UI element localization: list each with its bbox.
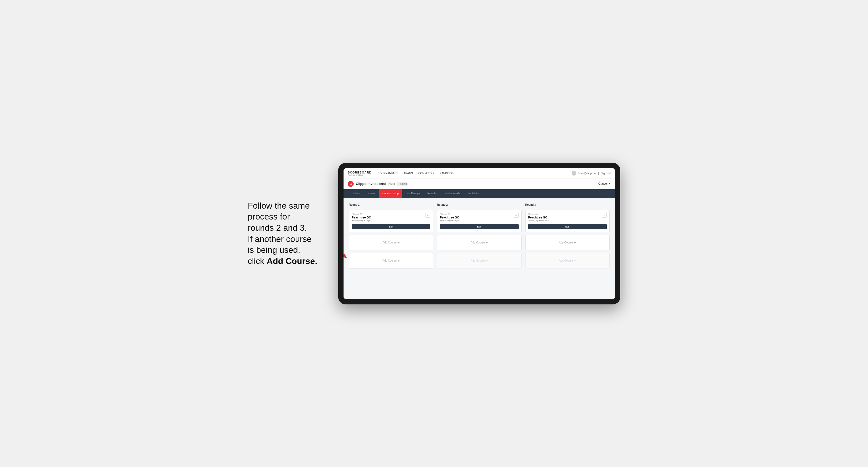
round-1-column: Round 1 (Course A) Peachtree GC Yellow (… — [349, 203, 433, 269]
round-3-column: Round 3 (Course A) Peachtree GC Yellow (… — [525, 203, 610, 269]
user-avatar — [571, 171, 576, 176]
add-course-button-r3[interactable]: Add Course + — [525, 235, 610, 250]
tab-leaderboards[interactable]: Leaderboards — [440, 189, 464, 198]
top-nav: SCOREBOARD Powered by clippd TOURNAMENTS… — [344, 168, 615, 179]
instruction-line1: Follow the sameprocess forrounds 2 and 3… — [248, 201, 317, 266]
delete-course-button[interactable]: ○ — [426, 213, 430, 218]
plus-icon-2: + — [398, 259, 400, 262]
nav-teams[interactable]: TEAMS — [404, 171, 413, 176]
sub-header: C Clippd Invitational (Men) Hosting Canc… — [344, 179, 615, 189]
nav-committee[interactable]: COMMITTEE — [418, 171, 434, 176]
round-3-course-card: (Course A) Peachtree GC Yellow (M) (6629… — [525, 210, 610, 232]
tournament-gender: (Men) — [388, 182, 395, 185]
add-course-button-r1-2[interactable]: Add Course + — [349, 253, 433, 269]
course-detail: Yellow (M) (6629 yds) — [352, 219, 372, 222]
round-1-course-card: (Course A) Peachtree GC Yellow (M) (6629… — [349, 210, 433, 232]
add-course-text-r2-2: Add Course — [471, 259, 485, 262]
course-info-r3: (Course A) Peachtree GC Yellow (M) (6629… — [528, 213, 549, 224]
course-name-r3: Peachtree GC — [528, 216, 549, 219]
sign-out-link[interactable]: | — [598, 172, 599, 175]
tab-course-setup[interactable]: Course Setup — [379, 189, 402, 198]
cancel-button[interactable]: Cancel ✕ — [598, 182, 611, 185]
tab-results[interactable]: Results — [424, 189, 440, 198]
course-info-r2: (Course A) Peachtree GC Yellow (M) (6629… — [440, 213, 460, 224]
scoreboard-logo: SCOREBOARD — [348, 171, 371, 174]
rounds-grid: Round 1 (Course A) Peachtree GC Yellow (… — [349, 203, 610, 269]
add-course-button-r2[interactable]: Add Course + — [437, 235, 521, 250]
round-2-title: Round 2 — [437, 203, 521, 206]
nav-right: blair@clippd.io | Sign out — [571, 171, 611, 176]
plus-icon-r3-2: + — [574, 259, 576, 262]
add-course-text: Add Course — [382, 241, 397, 244]
tournament-name: Clippd Invitational — [356, 182, 386, 186]
hosting-badge: Hosting — [397, 182, 408, 186]
page-wrapper: Follow the sameprocess forrounds 2 and 3… — [248, 163, 620, 304]
card-header: (Course A) Peachtree GC Yellow (M) (6629… — [352, 213, 430, 224]
course-label-r3: (Course A) — [528, 213, 549, 215]
tablet-screen: SCOREBOARD Powered by clippd TOURNAMENTS… — [344, 168, 615, 299]
edit-course-button-r1[interactable]: Edit — [352, 224, 430, 229]
add-course-annotation-r1: Add Course + — [349, 235, 433, 250]
nav-tournaments[interactable]: TOURNAMENTS — [378, 171, 398, 176]
instruction-text: Follow the sameprocess forrounds 2 and 3… — [248, 200, 322, 267]
tab-printables[interactable]: Printables — [464, 189, 483, 198]
card-header-r3: (Course A) Peachtree GC Yellow (M) (6629… — [528, 213, 607, 224]
tab-bar: Details Teams Course Setup Tee Groups Re… — [344, 189, 615, 198]
add-course-button-r2-2: Add Course + — [437, 253, 521, 269]
sub-header-left: C Clippd Invitational (Men) Hosting — [348, 181, 408, 187]
tab-tee-groups[interactable]: Tee Groups — [402, 189, 424, 198]
add-course-button-r3-2: Add Course + — [525, 253, 610, 269]
instruction-bold: Add Course. — [267, 256, 317, 266]
round-2-column: Round 2 (Course A) Peachtree GC Yellow (… — [437, 203, 521, 269]
tab-teams[interactable]: Teams — [364, 189, 379, 198]
card-header-r2: (Course A) Peachtree GC Yellow (M) (6629… — [440, 213, 518, 224]
clippd-logo: C — [348, 181, 354, 187]
nav-rankings[interactable]: RANKINGS — [440, 171, 454, 176]
course-name: Peachtree GC — [352, 216, 372, 219]
plus-icon-r2: + — [486, 241, 488, 245]
course-detail-r3: Yellow (M) (6629 yds) — [528, 219, 549, 222]
add-course-text-r3-2: Add Course — [559, 259, 573, 262]
course-detail-r2: Yellow (M) (6629 yds) — [440, 219, 460, 222]
tablet-frame: SCOREBOARD Powered by clippd TOURNAMENTS… — [338, 163, 620, 304]
round-3-title: Round 3 — [525, 203, 610, 206]
course-info: (Course A) Peachtree GC Yellow (M) (6629… — [352, 213, 372, 224]
add-course-text-r3: Add Course — [559, 241, 573, 244]
course-label-r2: (Course A) — [440, 213, 460, 215]
nav-links: TOURNAMENTS TEAMS COMMITTEE RANKINGS — [378, 171, 571, 176]
plus-icon-r2-2: + — [486, 259, 488, 262]
course-label: (Course A) — [352, 213, 372, 215]
edit-course-button-r3[interactable]: Edit — [528, 224, 607, 229]
logo-subtitle: Powered by clippd — [348, 174, 371, 176]
logo-area: SCOREBOARD Powered by clippd — [348, 171, 371, 176]
plus-icon-r3: + — [574, 241, 576, 245]
delete-course-button-r3[interactable]: ○ — [602, 213, 607, 218]
sign-out-button[interactable]: Sign out — [601, 172, 611, 175]
course-name-r2: Peachtree GC — [440, 216, 460, 219]
plus-icon: + — [398, 241, 400, 245]
add-course-text-r2: Add Course — [471, 241, 485, 244]
delete-course-button-r2[interactable]: ○ — [514, 213, 519, 218]
round-1-title: Round 1 — [349, 203, 433, 206]
add-course-text-2: Add Course — [382, 259, 397, 262]
user-email: blair@clippd.io — [579, 172, 596, 175]
add-course-button-r1[interactable]: Add Course + — [349, 235, 433, 250]
round-2-course-card: (Course A) Peachtree GC Yellow (M) (6629… — [437, 210, 521, 232]
tab-details[interactable]: Details — [348, 189, 364, 198]
main-content: Round 1 (Course A) Peachtree GC Yellow (… — [344, 198, 615, 299]
edit-course-button-r2[interactable]: Edit — [440, 224, 518, 229]
